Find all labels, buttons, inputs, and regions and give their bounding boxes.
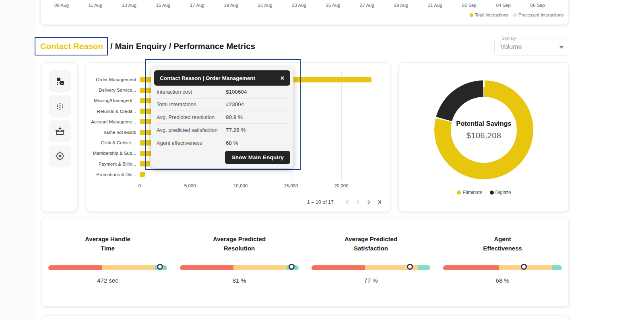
- sort-by-label: Sort By: [500, 36, 518, 41]
- date-tick-label: 27 Aug: [360, 3, 374, 8]
- metric-title: AgentEffectiveness: [437, 234, 568, 253]
- bar-category-label: Account Manageme...: [90, 119, 136, 125]
- open-box-glyph: [54, 125, 66, 137]
- scatter-dots-glyph: [55, 101, 65, 111]
- metric-slider-marker: [407, 264, 413, 270]
- tooltip-row: Total Interactions#23004: [157, 98, 288, 111]
- legend-label: Eliminate: [462, 190, 482, 195]
- pagination: 1 – 10 of 17: [307, 199, 382, 205]
- breadcrumb-contact-reason[interactable]: Contact Reason: [40, 41, 103, 51]
- previous-page-icon[interactable]: [355, 199, 361, 205]
- bar-category-label: name not exists: [90, 129, 136, 135]
- tooltip-row-label: Avg. predicted satisfaction: [157, 127, 226, 133]
- interactions-trend-card: 09 Aug11 Aug13 Aug15 Aug17 Aug19 Aug21 A…: [40, 0, 569, 25]
- trend-legend-item[interactable]: Total Interactions: [470, 12, 508, 17]
- legend-label: Processed Interactions: [518, 12, 564, 17]
- date-tick-label: 04 Sep: [496, 3, 510, 8]
- contact-reason-highlight-box[interactable]: Contact Reason: [35, 37, 108, 55]
- tooltip-row-label: Agent effectiveness: [157, 140, 226, 146]
- metric-column: AgentEffectiveness68 %: [437, 217, 568, 306]
- show-main-enquiry-button[interactable]: Show Main Enquiry: [225, 151, 290, 164]
- sort-by-value[interactable]: Volume: [495, 39, 569, 55]
- legend-label: Total Interactions: [475, 12, 508, 17]
- bar-category-label: Promotions & Dis...: [90, 172, 136, 177]
- trend-legend: Total InteractionsProcessed Interactions: [470, 12, 564, 17]
- bar[interactable]: [140, 172, 145, 177]
- x-axis-tick-label: 20,000: [327, 183, 355, 188]
- metric-value: 68 %: [437, 277, 568, 284]
- tooltip-row: Agent effectiveness68 %: [157, 136, 288, 149]
- tooltip-row-value: $108604: [226, 89, 288, 95]
- donut-legend-item[interactable]: Eliminate: [457, 190, 482, 195]
- metric-slider-marker: [521, 264, 527, 270]
- date-tick-label: 11 Aug: [88, 3, 102, 8]
- metric-title: Average PredictedResolution: [173, 234, 305, 253]
- bar-tooltip: Contact Reason | Order Management ✕ Inte…: [151, 67, 293, 168]
- first-page-icon[interactable]: [345, 199, 351, 205]
- tooltip-rows: Interaction cost$108604Total Interaction…: [157, 86, 288, 149]
- gridline: [341, 72, 342, 182]
- date-tick-label: 06 Sep: [530, 3, 545, 8]
- next-section-card-edge: [41, 315, 569, 320]
- savings-donut-chart[interactable]: Potential Savings $106,208: [434, 80, 533, 179]
- metric-title: Average HandleTime: [42, 234, 173, 253]
- bar-category-label: Membership & Sub...: [90, 150, 136, 156]
- date-tick-label: 25 Aug: [326, 3, 341, 8]
- tooltip-row-value: 68 %: [226, 140, 288, 146]
- tooltip-row-value: 77.26 %: [226, 127, 288, 133]
- metric-column: Average HandleTime472 sec: [42, 217, 173, 306]
- tooltip-row-value: #23004: [226, 101, 288, 107]
- metric-slider-track: [443, 265, 562, 270]
- tooltip-row: Avg. Predicted resolution80.9 %: [157, 111, 288, 124]
- metric-slider: [48, 265, 167, 270]
- x-axis-tick-label: 10,000: [227, 183, 255, 188]
- trend-x-axis-dates: 09 Aug11 Aug13 Aug15 Aug17 Aug19 Aug21 A…: [54, 3, 545, 8]
- scatter-dots-icon[interactable]: [49, 95, 71, 117]
- last-page-icon[interactable]: [376, 199, 382, 205]
- metric-column: Average PredictedSatisfaction77 %: [305, 217, 437, 306]
- metric-value: 472 sec: [42, 277, 173, 284]
- target-glyph: [54, 150, 66, 162]
- donut-center-label: Potential Savings $106,208: [434, 80, 533, 179]
- bar-category-label: Payment & Billin...: [90, 161, 136, 167]
- metric-slider: [180, 265, 299, 270]
- sort-by-dropdown[interactable]: Sort By Volume: [494, 39, 569, 55]
- legend-dot: [490, 191, 494, 195]
- date-tick-label: 13 Aug: [122, 3, 136, 8]
- bar-category-label: Delivery Service...: [90, 87, 136, 93]
- tooltip-row: Interaction cost$108604: [157, 86, 288, 98]
- trend-legend-item[interactable]: Processed Interactions: [513, 12, 564, 17]
- date-tick-label: 31 Aug: [428, 3, 442, 8]
- category-blocks-glyph: [55, 76, 65, 86]
- bar-category-label: Refunds & Credit...: [90, 109, 136, 114]
- target-icon[interactable]: [49, 145, 71, 167]
- left-gutter: [0, 0, 35, 320]
- open-box-icon[interactable]: [49, 120, 71, 142]
- tooltip-title: Contact Reason | Order Management: [160, 75, 255, 81]
- x-axis-tick-label: 5,000: [176, 183, 204, 188]
- x-axis-tick-label: 0: [126, 183, 154, 188]
- legend-dot: [513, 13, 517, 17]
- tooltip-header: Contact Reason | Order Management ✕: [154, 70, 290, 86]
- metric-slider: [443, 265, 562, 270]
- chevron-down-icon[interactable]: [559, 46, 564, 49]
- metric-slider-marker: [289, 264, 295, 270]
- donut-legend-item[interactable]: Digitize: [490, 190, 511, 195]
- tooltip-row: Avg. predicted satisfaction77.26 %: [157, 124, 288, 137]
- legend-dot: [457, 191, 461, 195]
- metric-slider-track: [48, 265, 167, 270]
- close-icon[interactable]: ✕: [280, 75, 285, 81]
- date-tick-label: 02 Sep: [462, 3, 476, 8]
- bar-category-label: Missing/Damaged/...: [90, 98, 136, 103]
- next-page-icon[interactable]: [366, 199, 372, 205]
- date-tick-label: 09 Aug: [54, 3, 69, 8]
- potential-savings-card: Potential Savings $106,208 EliminateDigi…: [398, 62, 569, 212]
- metric-value: 77 %: [305, 277, 437, 284]
- date-tick-label: 19 Aug: [224, 3, 238, 8]
- bar-category-label: Order Management: [90, 77, 136, 82]
- metric-slider-track: [180, 265, 299, 270]
- legend-dot: [470, 13, 473, 17]
- tooltip-row-label: Total Interactions: [157, 101, 226, 107]
- analytics-dashboard-page: 09 Aug11 Aug13 Aug15 Aug17 Aug19 Aug21 A…: [0, 0, 644, 320]
- category-blocks-icon[interactable]: [49, 70, 71, 92]
